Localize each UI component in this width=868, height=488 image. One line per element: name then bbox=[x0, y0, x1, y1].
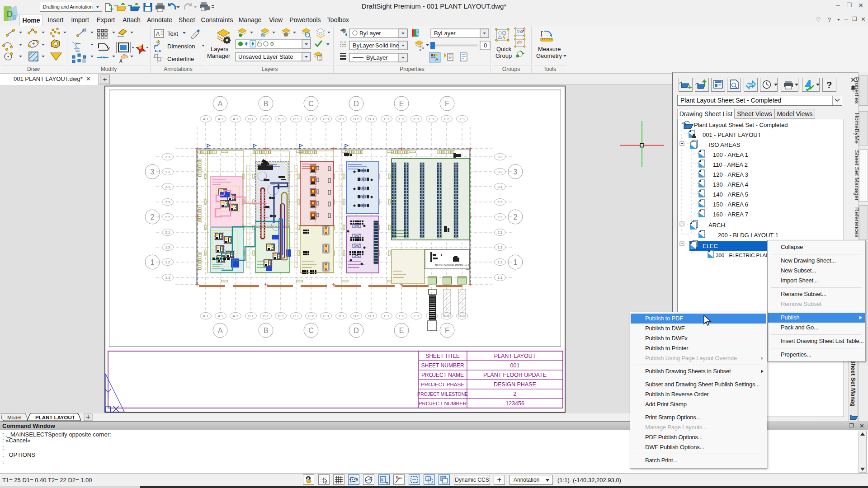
svg-text:B: B bbox=[264, 100, 269, 108]
svg-text:1.3: 1.3 bbox=[497, 245, 503, 249]
svg-text:C: C bbox=[308, 327, 314, 334]
svg-text:3: 3 bbox=[151, 168, 155, 176]
svg-text:F.3: F.3 bbox=[460, 117, 465, 121]
svg-text:B.3: B.3 bbox=[278, 117, 284, 121]
svg-text:E.3: E.3 bbox=[414, 314, 420, 318]
svg-text:2: 2 bbox=[514, 391, 517, 397]
svg-text:A.1: A.1 bbox=[203, 314, 209, 318]
svg-text:Measure: Measure bbox=[538, 46, 561, 52]
svg-text:ByLayer: ByLayer bbox=[359, 30, 381, 37]
svg-text:ByLayer: ByLayer bbox=[434, 30, 456, 37]
svg-text:1: 1 bbox=[151, 258, 155, 266]
svg-text:2.1: 2.1 bbox=[497, 230, 503, 235]
svg-text:A.3: A.3 bbox=[233, 117, 239, 121]
svg-text:C.2: C.2 bbox=[308, 117, 314, 121]
svg-text:PLANT LAYOUT: PLANT LAYOUT bbox=[35, 415, 75, 420]
svg-text:PROJECT MILESTONE: PROJECT MILESTONE bbox=[417, 391, 468, 397]
svg-text:1.1: 1.1 bbox=[165, 276, 170, 280]
svg-text:B.3: B.3 bbox=[278, 314, 284, 318]
svg-text:D.3: D.3 bbox=[368, 117, 374, 121]
svg-text:D.3: D.3 bbox=[368, 314, 374, 318]
svg-text:D.2: D.2 bbox=[354, 314, 359, 318]
svg-text:Dimension: Dimension bbox=[167, 43, 195, 50]
svg-text:C.2: C.2 bbox=[308, 314, 314, 318]
svg-text:0: 0 bbox=[270, 41, 274, 47]
svg-text:2: 2 bbox=[514, 213, 518, 221]
svg-text:A: A bbox=[218, 327, 223, 334]
svg-text:C: C bbox=[308, 100, 314, 108]
svg-text:B.2: B.2 bbox=[263, 314, 269, 318]
svg-text:1.3: 1.3 bbox=[165, 245, 170, 249]
svg-text:A.3: A.3 bbox=[233, 314, 239, 318]
svg-text:Layers: Layers bbox=[211, 46, 229, 52]
svg-text:TRUCK LOADING PLATFORM H=1.2: TRUCK LOADING PLATFORM H=1.2 bbox=[435, 264, 469, 267]
svg-text:2.2: 2.2 bbox=[165, 215, 170, 219]
svg-text:2: 2 bbox=[151, 213, 155, 221]
svg-text:A.2: A.2 bbox=[218, 117, 224, 121]
svg-text:3.2: 3.2 bbox=[165, 170, 170, 174]
svg-text:E.3: E.3 bbox=[414, 117, 420, 121]
svg-text:C.3: C.3 bbox=[323, 117, 329, 121]
svg-text:D.2: D.2 bbox=[354, 117, 359, 121]
svg-text:PLANT FLOOR UPDATE: PLANT FLOOR UPDATE bbox=[483, 372, 547, 378]
svg-text:PLANT LAYOUT: PLANT LAYOUT bbox=[494, 353, 536, 359]
svg-text:F: F bbox=[445, 100, 449, 108]
svg-text:Group: Group bbox=[495, 52, 512, 59]
svg-text:A.2: A.2 bbox=[218, 314, 224, 318]
svg-text:S: S bbox=[12, 14, 16, 21]
svg-text:F.1: F.1 bbox=[429, 117, 434, 121]
svg-text:3.1: 3.1 bbox=[497, 185, 503, 189]
svg-text:3.2: 3.2 bbox=[497, 170, 503, 174]
svg-text:Text: Text bbox=[167, 30, 178, 37]
svg-text:A: A bbox=[435, 57, 438, 61]
svg-text:D.1: D.1 bbox=[339, 314, 344, 318]
svg-text:Centerline: Centerline bbox=[167, 56, 194, 62]
svg-text:0: 0 bbox=[484, 42, 487, 49]
svg-text:A: A bbox=[218, 100, 223, 108]
svg-text:Model: Model bbox=[7, 415, 21, 420]
svg-text:123456: 123456 bbox=[505, 400, 524, 407]
svg-text:1.2: 1.2 bbox=[497, 260, 503, 264]
svg-text:E.2: E.2 bbox=[399, 314, 405, 318]
svg-text:DESIGN PHASE: DESIGN PHASE bbox=[494, 381, 536, 388]
svg-text:E: E bbox=[396, 475, 398, 479]
svg-text:SHEET NUMBER: SHEET NUMBER bbox=[421, 362, 464, 369]
svg-text:A.1: A.1 bbox=[203, 117, 209, 121]
svg-text:Quick: Quick bbox=[496, 46, 512, 52]
svg-text:C.1: C.1 bbox=[293, 117, 299, 121]
svg-text:C.3: C.3 bbox=[323, 314, 329, 318]
svg-text:3.3: 3.3 bbox=[165, 155, 170, 159]
svg-text:B.1: B.1 bbox=[248, 314, 254, 318]
svg-text:Geometry: Geometry bbox=[536, 52, 562, 59]
svg-text:B.1: B.1 bbox=[248, 117, 254, 121]
svg-text:3: 3 bbox=[514, 168, 518, 176]
svg-text:D: D bbox=[354, 100, 359, 108]
svg-text:E: E bbox=[399, 327, 404, 334]
svg-text:3.3: 3.3 bbox=[497, 155, 503, 159]
svg-text:1: 1 bbox=[514, 258, 518, 266]
svg-text:2.3: 2.3 bbox=[165, 200, 170, 204]
svg-text:PROJECT NAME: PROJECT NAME bbox=[421, 372, 464, 378]
svg-text:SHEET TITLE: SHEET TITLE bbox=[425, 353, 460, 359]
svg-text:F.2: F.2 bbox=[444, 117, 449, 121]
svg-text:B: B bbox=[264, 327, 269, 334]
svg-text:E.2: E.2 bbox=[399, 117, 405, 121]
svg-text:001: 001 bbox=[510, 362, 520, 369]
svg-text:B.2: B.2 bbox=[263, 117, 269, 121]
svg-text:A: A bbox=[156, 31, 160, 37]
svg-text:D: D bbox=[354, 327, 359, 334]
svg-text:1.2: 1.2 bbox=[165, 260, 170, 264]
svg-text:ByLayer: ByLayer bbox=[366, 54, 388, 61]
svg-text:2.1: 2.1 bbox=[165, 230, 170, 235]
svg-text:Unsaved Layer State: Unsaved Layer State bbox=[238, 53, 293, 60]
svg-text:A: A bbox=[119, 59, 123, 64]
svg-text:E: E bbox=[381, 478, 383, 482]
svg-text:2.3: 2.3 bbox=[497, 200, 503, 204]
svg-text:E: E bbox=[399, 100, 404, 108]
svg-text:1.1: 1.1 bbox=[497, 276, 503, 280]
svg-text:C.1: C.1 bbox=[293, 314, 299, 318]
svg-text:Manager: Manager bbox=[207, 52, 231, 59]
svg-text:ByLayer: ByLayer bbox=[353, 42, 374, 49]
svg-text:F: F bbox=[445, 327, 449, 334]
svg-text:D.1: D.1 bbox=[339, 117, 344, 121]
